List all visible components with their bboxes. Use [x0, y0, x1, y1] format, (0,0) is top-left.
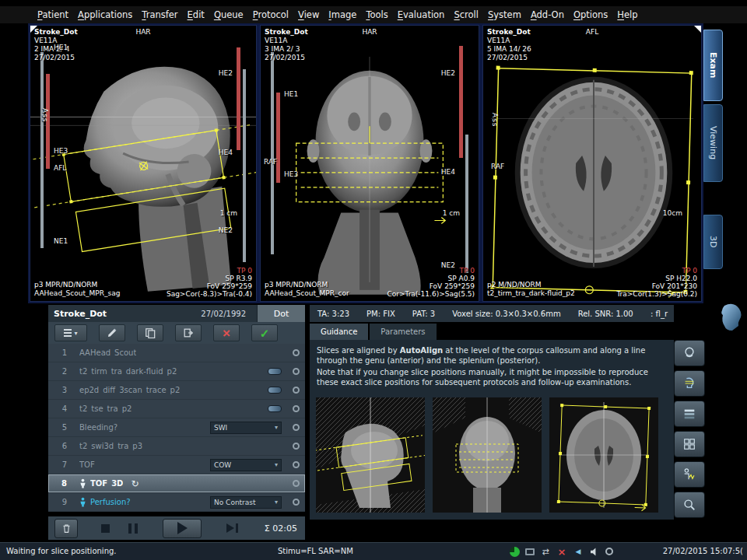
slice-range-bar[interactable] [271, 52, 274, 254]
tab-viewing[interactable]: Viewing [703, 104, 723, 182]
copy-reference-icon[interactable] [293, 405, 300, 412]
tab-3d[interactable]: 3D [703, 215, 723, 269]
relative-snr: Rel. SNR: 1.00 [578, 310, 633, 318]
slice-preview-axial[interactable] [549, 397, 658, 513]
slice-preview-coronal[interactable] [433, 397, 542, 513]
viewport-sagittal[interactable]: Stroke_DotVE11A2 IMA 2/ 427/02/2015 HAR … [30, 25, 257, 302]
queue-transport-bar: Σ 02:05 [48, 516, 305, 540]
resize-handle-icon[interactable] [694, 26, 701, 33]
orientation-marker-ne2: NE2 [219, 226, 233, 234]
protocol-row-tof-3d[interactable]: 8TOF_3D↻ [48, 474, 305, 493]
menu-item-help[interactable]: Help [617, 9, 637, 20]
menu-item-options[interactable]: Options [573, 9, 608, 20]
record-icon[interactable] [605, 548, 613, 555]
menu-item-view[interactable]: View [298, 9, 319, 20]
image-stack-button[interactable] [674, 401, 705, 427]
menu-item-edit[interactable]: Edit [188, 9, 205, 20]
copy-reference-icon[interactable] [293, 443, 300, 450]
edit-protocol-button[interactable] [99, 324, 125, 341]
copy-reference-icon[interactable] [293, 368, 300, 375]
copy-reference-icon[interactable] [293, 387, 300, 394]
zoom-pan-button[interactable] [674, 492, 705, 518]
protocol-row-tof[interactable]: 7TOFCOW▾ [48, 456, 305, 474]
copy-reference-icon[interactable] [293, 461, 300, 468]
protocol-row-t2-tse-tra-p2[interactable]: 4t2_tse_tra_p2 [48, 400, 305, 418]
copy-reference-icon[interactable] [293, 480, 300, 487]
viewport-coronal[interactable]: Stroke_DotVE11A3 IMA 2/ 327/02/2015 HAR … [260, 25, 479, 302]
contrast-option-dropdown[interactable]: No Contrast▾ [210, 496, 282, 509]
coil-selection-button[interactable] [674, 340, 705, 366]
apply-button[interactable]: ✓ [251, 324, 278, 341]
image-text-line: p3 MPR/ND/NORM [265, 281, 349, 289]
tab-parameters[interactable]: Parameters [370, 324, 436, 340]
protocol-row-t2-tirm-tra-dark-fluid-p2[interactable]: 2t2_tirm_tra_dark-fluid_p2 [48, 362, 305, 381]
slice-range-bar[interactable] [40, 52, 44, 248]
copy-protocol-button[interactable] [137, 324, 163, 341]
patient-model-3d-button[interactable] [716, 300, 745, 334]
menu-item-image[interactable]: Image [328, 9, 356, 20]
slice-preview-sagittal[interactable] [316, 397, 425, 513]
viewport-axial[interactable]: Stroke_DotVE11A5 IMA 14/ 2627/02/2015 AF… [482, 25, 702, 302]
menu-item-scroll[interactable]: Scroll [454, 9, 479, 20]
pause-button[interactable] [127, 523, 139, 534]
copy-reference-icon[interactable] [293, 349, 300, 356]
pat-factor: PAT: 3 [412, 310, 435, 318]
mri-console: PatientApplicationsTransferEditQueueProt… [0, 0, 747, 560]
protocol-row-bleeding-[interactable]: 5Bleeding?SWI▾ [48, 418, 305, 437]
menu-item-protocol[interactable]: Protocol [253, 9, 289, 20]
data-flow-icon[interactable]: ◀ [573, 546, 584, 557]
inline-display-toggle[interactable] [268, 405, 282, 412]
slice-range-bar[interactable] [243, 69, 246, 262]
contrast-option-dropdown[interactable]: SWI▾ [210, 422, 282, 434]
slice-stack-bar[interactable] [459, 46, 463, 158]
menu-item-tools[interactable]: Tools [366, 9, 388, 20]
slice-stack-bar[interactable] [276, 93, 280, 183]
cancel-button[interactable]: × [213, 324, 240, 341]
protocol-row-perfusion-[interactable]: 9Perfusion?No Contrast▾ [48, 493, 305, 512]
skip-button[interactable] [226, 523, 238, 533]
export-protocol-button[interactable] [175, 324, 202, 341]
orientation-marker-raf: RAF [264, 158, 277, 166]
slice-stack-bar[interactable] [237, 47, 240, 150]
menu-item-add-on[interactable]: Add-On [531, 9, 564, 20]
tab-exam[interactable]: Exam [703, 30, 723, 101]
image-text-line: Tra>Cor(1.3)>Sag(0.2) [616, 290, 697, 298]
start-button[interactable] [163, 519, 202, 538]
layout-grid-button[interactable] [674, 431, 705, 457]
system-load-icon[interactable] [510, 547, 520, 557]
slice-overlay-graphics [261, 26, 479, 301]
table-position-icon[interactable] [525, 548, 535, 555]
protocol-row-t2-swi3d-tra-p3[interactable]: 6t2_swi3d_tra_p3 [48, 437, 305, 456]
contrast-option-dropdown[interactable]: COW▾ [210, 459, 282, 471]
delete-protocol-button[interactable] [54, 519, 78, 538]
slice-position-button[interactable] [674, 370, 705, 397]
protocol-options-button[interactable]: ▾ [54, 324, 87, 341]
protocol-row-ep2d-diff-3scan-trace-p2[interactable]: 3ep2d_diff_3scan_trace_p2 [48, 381, 305, 400]
speaker-icon[interactable] [589, 546, 600, 557]
protocol-row-aahead-scout[interactable]: 1AAHead_Scout [48, 344, 305, 362]
menu-item-patient[interactable]: Patient [37, 9, 68, 20]
physio-display-button[interactable] [674, 461, 705, 488]
protocol-list: 1AAHead_Scout2t2_tirm_tra_dark-fluid_p23… [48, 344, 305, 512]
menu-item-applications[interactable]: Applications [78, 9, 132, 20]
tab-guidance[interactable]: Guidance [310, 324, 368, 340]
inline-display-toggle[interactable] [268, 387, 282, 394]
copy-reference-icon[interactable] [293, 499, 300, 506]
dot-tab[interactable]: Dot [257, 305, 305, 322]
image-text-line: VE11A [265, 37, 308, 45]
menu-item-evaluation[interactable]: Evaluation [398, 9, 445, 20]
slice-range-bar[interactable] [465, 135, 468, 273]
check-icon: ✓ [260, 327, 270, 339]
inline-display-toggle[interactable] [268, 368, 282, 375]
orientation-marker-he2: HE2 [441, 69, 455, 77]
menu-item-queue[interactable]: Queue [214, 9, 244, 20]
listcaret-icon [64, 329, 72, 337]
menu-item-system[interactable]: System [488, 9, 521, 20]
transfer-icon[interactable]: ⇄ [540, 546, 551, 557]
stop-button[interactable] [101, 524, 110, 533]
copy-reference-icon[interactable] [293, 424, 300, 431]
status-bar: Waiting for slice positioning. Stimu=FL … [0, 542, 747, 560]
error-icon[interactable]: × [556, 546, 567, 557]
menu-item-transfer[interactable]: Transfer [142, 9, 177, 20]
resize-handle-icon[interactable] [30, 26, 37, 33]
